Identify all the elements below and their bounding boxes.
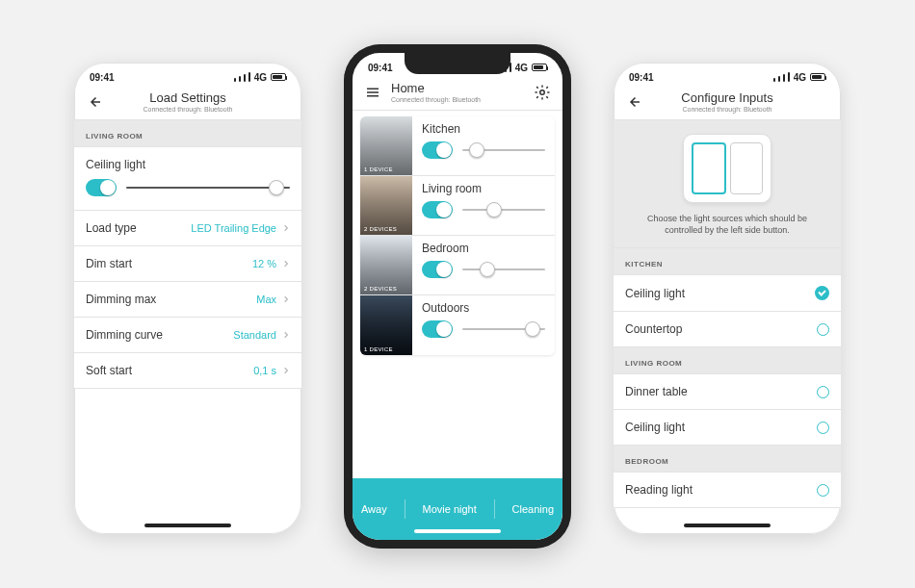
chevron-right-icon	[282, 328, 290, 342]
battery-icon	[532, 64, 547, 71]
brightness-slider[interactable]	[126, 187, 290, 189]
setting-row[interactable]: Dim start12 %	[74, 246, 301, 282]
light-source-row[interactable]: Ceiling light	[614, 275, 841, 312]
svg-point-0	[540, 89, 545, 94]
device-count: 1 DEVICE	[364, 166, 393, 172]
battery-icon	[810, 73, 825, 81]
light-source-name: Countertop	[625, 322, 682, 336]
room-name: Bedroom	[422, 242, 545, 255]
setting-label: Dimming curve	[86, 328, 163, 342]
switch-right-button	[730, 142, 763, 194]
section-header: LIVING ROOM	[614, 347, 841, 374]
check-icon[interactable]	[815, 286, 829, 300]
configure-description: Choose the light sources which should be…	[637, 213, 818, 236]
room-slider[interactable]	[462, 149, 545, 151]
radio-unchecked[interactable]	[817, 484, 829, 497]
room-toggle[interactable]	[422, 141, 453, 159]
room-row[interactable]: 2 DEVICESLiving room	[360, 176, 555, 236]
light-source-row[interactable]: Reading light	[614, 473, 841, 508]
chevron-right-icon	[282, 257, 290, 270]
status-time: 09:41	[90, 72, 115, 83]
light-source-row[interactable]: Countertop	[614, 312, 841, 347]
status-bar: 09:41 4G	[614, 63, 841, 88]
slider-knob[interactable]	[480, 262, 495, 277]
home-indicator	[414, 529, 501, 533]
room-name: Outdoors	[422, 301, 545, 315]
light-source-name: Dinner table	[625, 385, 688, 398]
switch-left-button	[692, 142, 726, 194]
status-network: 4G	[515, 63, 528, 73]
signal-icon	[773, 72, 790, 82]
page-title: Load Settings	[109, 90, 267, 105]
setting-row[interactable]: Soft start0,1 s	[74, 353, 301, 389]
device-toggle[interactable]	[86, 179, 117, 196]
home-indicator	[684, 524, 771, 527]
scene-button[interactable]: Movie night	[423, 503, 477, 515]
scene-button[interactable]: Cleaning	[512, 503, 554, 515]
room-thumbnail: 1 DEVICE	[360, 116, 412, 175]
chevron-right-icon	[282, 221, 290, 235]
radio-unchecked[interactable]	[817, 422, 829, 434]
page-title: Configure Inputs	[648, 90, 806, 105]
slider-knob[interactable]	[469, 142, 484, 158]
setting-label: Dim start	[86, 257, 132, 270]
room-thumbnail: 2 DEVICES	[360, 176, 412, 235]
settings-icon[interactable]	[530, 84, 551, 101]
scene-button[interactable]: Away	[361, 503, 387, 515]
slider-knob[interactable]	[269, 180, 284, 195]
room-toggle[interactable]	[422, 201, 453, 218]
menu-icon[interactable]	[364, 84, 385, 101]
status-time: 09:41	[629, 72, 654, 83]
chevron-right-icon	[282, 364, 290, 377]
notch	[405, 53, 510, 74]
page-subtitle: Connected through: Bluetooth	[109, 106, 267, 113]
switch-illustration	[683, 134, 771, 203]
room-name: Kitchen	[422, 122, 545, 136]
section-header: KITCHEN	[614, 248, 841, 275]
radio-unchecked[interactable]	[817, 323, 829, 336]
device-name: Ceiling light	[86, 158, 145, 171]
room-row[interactable]: 1 DEVICEOutdoors	[360, 295, 555, 355]
status-time: 09:41	[368, 63, 393, 73]
radio-unchecked[interactable]	[817, 386, 829, 398]
room-row[interactable]: 2 DEVICESBedroom	[360, 236, 555, 295]
light-source-name: Reading light	[625, 483, 693, 497]
setting-value: LED Trailing Edge	[191, 222, 276, 234]
status-network: 4G	[794, 72, 806, 83]
slider-knob[interactable]	[525, 321, 540, 337]
setting-row[interactable]: Load typeLED Trailing Edge	[74, 211, 301, 246]
setting-value: 0,1 s	[253, 365, 276, 376]
status-network: 4G	[254, 72, 267, 83]
room-slider[interactable]	[462, 268, 545, 270]
light-source-name: Ceiling light	[625, 287, 685, 300]
setting-label: Load type	[86, 221, 137, 235]
phone-load-settings: 09:41 4G Load Settings Connected through…	[74, 63, 301, 534]
room-toggle[interactable]	[422, 320, 453, 338]
back-icon[interactable]	[86, 93, 109, 111]
section-header: LIVING ROOM	[74, 120, 301, 147]
room-toggle[interactable]	[422, 261, 453, 278]
chevron-right-icon	[282, 293, 290, 306]
room-slider[interactable]	[462, 209, 545, 211]
status-bar: 09:41 4G	[74, 63, 301, 88]
setting-value: 12 %	[252, 258, 276, 269]
battery-icon	[271, 73, 286, 81]
device-count: 2 DEVICES	[364, 226, 397, 232]
setting-label: Soft start	[86, 364, 132, 377]
device-count: 1 DEVICE	[364, 346, 393, 352]
setting-row[interactable]: Dimming maxMax	[74, 282, 301, 318]
page-subtitle: Connected through: Bluetooth	[648, 106, 806, 113]
room-thumbnail: 2 DEVICES	[360, 236, 412, 294]
light-source-row[interactable]: Dinner table	[614, 374, 841, 410]
back-icon[interactable]	[625, 93, 648, 111]
phone-home: 09:41 4G Home Connected through: Bluetoo…	[344, 44, 571, 549]
room-slider[interactable]	[462, 328, 545, 330]
slider-knob[interactable]	[486, 202, 502, 217]
room-name: Living room	[422, 182, 545, 195]
signal-icon	[234, 72, 250, 82]
setting-value: Max	[256, 294, 276, 305]
phone-configure-inputs: 09:41 4G Configure Inputs Connected thro…	[614, 63, 841, 534]
setting-row[interactable]: Dimming curveStandard	[74, 318, 301, 353]
light-source-row[interactable]: Ceiling light	[614, 410, 841, 446]
room-row[interactable]: 1 DEVICEKitchen	[360, 116, 555, 176]
